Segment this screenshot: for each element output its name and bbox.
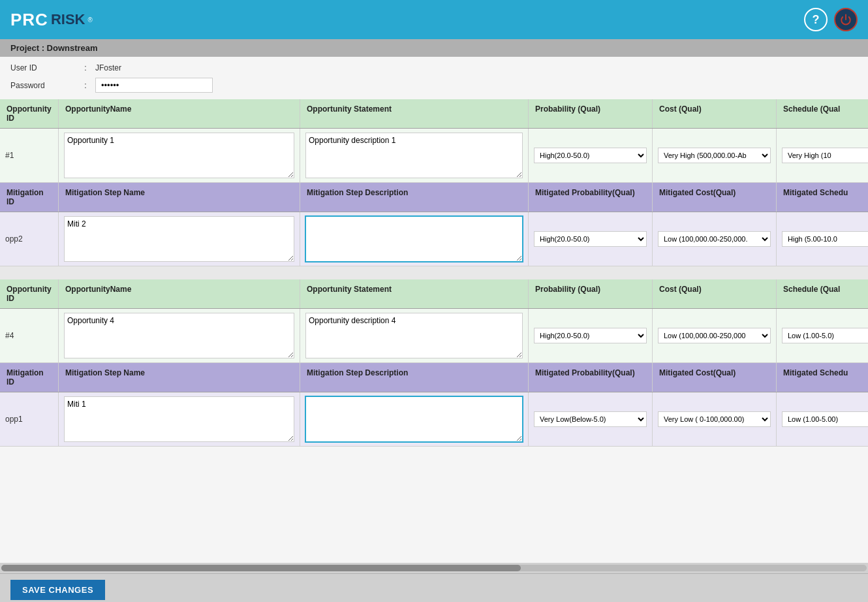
user-id-value: JFoster bbox=[95, 63, 121, 72]
miti-header-schedule: Mitigated Schedu bbox=[777, 183, 868, 212]
miti1-desc-input[interactable] bbox=[305, 216, 523, 262]
opp1-name-cell bbox=[59, 129, 300, 182]
logo: PRC RISK ® bbox=[10, 10, 93, 30]
power-button[interactable] bbox=[834, 8, 858, 31]
opp1-id: #1 bbox=[5, 151, 14, 160]
miti1-name-cell bbox=[59, 212, 300, 266]
miti2-header-desc: Mitigation Step Description bbox=[300, 363, 529, 392]
opportunity-4-row: #4 Very Low(Below-5.0) Low(5.0-20.0) Hig… bbox=[0, 309, 868, 363]
opp4-header-name: OpportunityName bbox=[59, 279, 300, 308]
opp-header-name: OpportunityName bbox=[59, 99, 300, 128]
opp4-cost-cell: Very Low ( 0-100,000.00) Low (100,000.00… bbox=[653, 309, 777, 362]
opp1-name-input[interactable] bbox=[64, 133, 294, 178]
password-label: Password bbox=[10, 81, 76, 90]
opp4-statement-cell bbox=[300, 309, 529, 362]
miti1-schedule-cell: Very Low(Below-1.0) Low (1.00-5.0) High … bbox=[777, 212, 868, 266]
horizontal-scrollbar[interactable] bbox=[0, 563, 868, 573]
miti2-header-name: Mitigation Step Name bbox=[59, 363, 300, 392]
opp4-header-row: Opportunity ID OpportunityName Opportuni… bbox=[0, 279, 868, 309]
opportunity-1-row: #1 Very Low(Below-5.0) Low(5.0-20.0) Hig… bbox=[0, 129, 868, 183]
miti2-header-schedule: Mitigated Schedu bbox=[777, 363, 868, 392]
scroll-track bbox=[1, 565, 867, 571]
logo-reg: ® bbox=[87, 16, 92, 24]
miti-header-id: Mitigation ID bbox=[0, 183, 59, 212]
miti2-cost-select[interactable]: Very Low ( 0-100,000.00) Low (100,000.00… bbox=[658, 411, 771, 427]
user-info-section: User ID : JFoster Password : bbox=[0, 57, 868, 99]
opp4-header-prob: Probability (Qual) bbox=[529, 279, 653, 308]
miti1-cost-cell: Very Low ( 0-100,000.00) Low (100,000.00… bbox=[653, 212, 777, 266]
miti2-header-id: Mitigation ID bbox=[0, 363, 59, 392]
opp4-schedule-cell: Very Low(Below-1.0) Low (1.00-5.0) High … bbox=[777, 309, 868, 362]
help-button[interactable]: ? bbox=[804, 8, 828, 31]
miti2-id-cell: opp1 bbox=[0, 392, 59, 446]
miti-header-name: Mitigation Step Name bbox=[59, 183, 300, 212]
opp4-id-cell: #4 bbox=[0, 309, 59, 362]
miti2-header-cost: Mitigated Cost(Qual) bbox=[653, 363, 777, 392]
miti1-prob-cell: Very Low(Below-5.0) Low(5.0-20.0) High(2… bbox=[529, 212, 653, 266]
opp1-header-row: Opportunity ID OpportunityName Opportuni… bbox=[0, 99, 868, 129]
user-id-colon: : bbox=[76, 63, 95, 72]
opp1-prob-cell: Very Low(Below-5.0) Low(5.0-20.0) High(2… bbox=[529, 129, 653, 182]
miti-header-desc: Mitigation Step Description bbox=[300, 183, 529, 212]
miti-header-cost: Mitigated Cost(Qual) bbox=[653, 183, 777, 212]
miti1-id-cell: opp2 bbox=[0, 212, 59, 266]
save-changes-button[interactable]: SAVE CHANGES bbox=[10, 580, 105, 600]
opp1-schedule-cell: Very Low(Below-1.0) Low (1.00-5.0) High … bbox=[777, 129, 868, 182]
project-bar: Project : Downstream bbox=[0, 39, 868, 57]
miti1-id: opp2 bbox=[5, 234, 23, 244]
opp4-prob-cell: Very Low(Below-5.0) Low(5.0-20.0) High(2… bbox=[529, 309, 653, 362]
miti1-schedule-select[interactable]: Very Low(Below-1.0) Low (1.00-5.0) High … bbox=[782, 231, 868, 247]
logo-prc: PRC bbox=[10, 10, 48, 30]
opp4-header-statement: Opportunity Statement bbox=[300, 279, 529, 308]
mitigation-2-row: opp1 Very Low(Below-5.0) Low(5.0-20.0) H… bbox=[0, 392, 868, 447]
opp4-id: #4 bbox=[5, 331, 14, 340]
password-colon: : bbox=[76, 81, 95, 90]
main-content: Opportunity ID OpportunityName Opportuni… bbox=[0, 99, 868, 563]
opp4-cost-select[interactable]: Very Low ( 0-100,000.00) Low (100,000.00… bbox=[658, 328, 771, 343]
opp-header-statement: Opportunity Statement bbox=[300, 99, 529, 128]
miti2-prob-select[interactable]: Very Low(Below-5.0) Low(5.0-20.0) High(2… bbox=[534, 411, 647, 427]
miti1-header-row: Mitigation ID Mitigation Step Name Mitig… bbox=[0, 183, 868, 212]
mitigation-1-row: opp2 Very Low(Below-5.0) Low(5.0-20.0) H… bbox=[0, 212, 868, 266]
miti-header-prob: Mitigated Probability(Qual) bbox=[529, 183, 653, 212]
opp4-name-input[interactable] bbox=[64, 313, 294, 358]
miti1-desc-cell bbox=[300, 212, 529, 266]
opp4-header-cost: Cost (Qual) bbox=[653, 279, 777, 308]
opp-header-id: Opportunity ID bbox=[0, 99, 59, 128]
password-input[interactable] bbox=[95, 78, 213, 93]
spacer1 bbox=[0, 266, 868, 279]
opp1-prob-select[interactable]: Very Low(Below-5.0) Low(5.0-20.0) High(2… bbox=[534, 148, 647, 163]
miti1-name-input[interactable] bbox=[64, 216, 294, 262]
opp1-schedule-select[interactable]: Very Low(Below-1.0) Low (1.00-5.0) High … bbox=[782, 148, 868, 163]
opp-header-schedule: Schedule (Qual bbox=[777, 99, 868, 128]
opp4-header-schedule: Schedule (Qual bbox=[777, 279, 868, 308]
user-id-label: User ID bbox=[10, 63, 76, 72]
miti2-schedule-cell: Very Low(Below-1.0) Low (1.00-5.00) High… bbox=[777, 392, 868, 446]
app-header: PRC RISK ® ? bbox=[0, 0, 868, 39]
user-id-row: User ID : JFoster bbox=[10, 61, 858, 75]
miti2-schedule-select[interactable]: Very Low(Below-1.0) Low (1.00-5.00) High… bbox=[782, 411, 868, 427]
table-wrapper: Opportunity ID OpportunityName Opportuni… bbox=[0, 99, 868, 447]
miti2-name-cell bbox=[59, 392, 300, 446]
bottom-bar: SAVE CHANGES bbox=[0, 573, 868, 602]
opp4-prob-select[interactable]: Very Low(Below-5.0) Low(5.0-20.0) High(2… bbox=[534, 328, 647, 343]
logo-risk: RISK bbox=[51, 11, 85, 28]
miti2-name-input[interactable] bbox=[64, 396, 294, 442]
opp4-statement-input[interactable] bbox=[305, 313, 523, 358]
opp4-header-id: Opportunity ID bbox=[0, 279, 59, 308]
miti1-cost-select[interactable]: Very Low ( 0-100,000.00) Low (100,000.00… bbox=[658, 231, 771, 247]
miti1-prob-select[interactable]: Very Low(Below-5.0) Low(5.0-20.0) High(2… bbox=[534, 231, 647, 247]
opp1-id-cell: #1 bbox=[0, 129, 59, 182]
opp4-schedule-select[interactable]: Very Low(Below-1.0) Low (1.00-5.0) High … bbox=[782, 328, 868, 343]
header-icons: ? bbox=[804, 8, 858, 31]
opp1-cost-cell: Very Low ( 0-100,000.00) Low (100,000.00… bbox=[653, 129, 777, 182]
scroll-thumb[interactable] bbox=[1, 565, 521, 571]
opp1-statement-input[interactable] bbox=[305, 133, 523, 178]
miti2-cost-cell: Very Low ( 0-100,000.00) Low (100,000.00… bbox=[653, 392, 777, 446]
miti2-desc-input[interactable] bbox=[305, 396, 523, 442]
project-label: Project : Downstream bbox=[10, 43, 98, 53]
opp4-name-cell bbox=[59, 309, 300, 362]
opp1-cost-select[interactable]: Very Low ( 0-100,000.00) Low (100,000.00… bbox=[658, 148, 771, 163]
miti2-desc-cell bbox=[300, 392, 529, 446]
password-row: Password : bbox=[10, 75, 858, 95]
